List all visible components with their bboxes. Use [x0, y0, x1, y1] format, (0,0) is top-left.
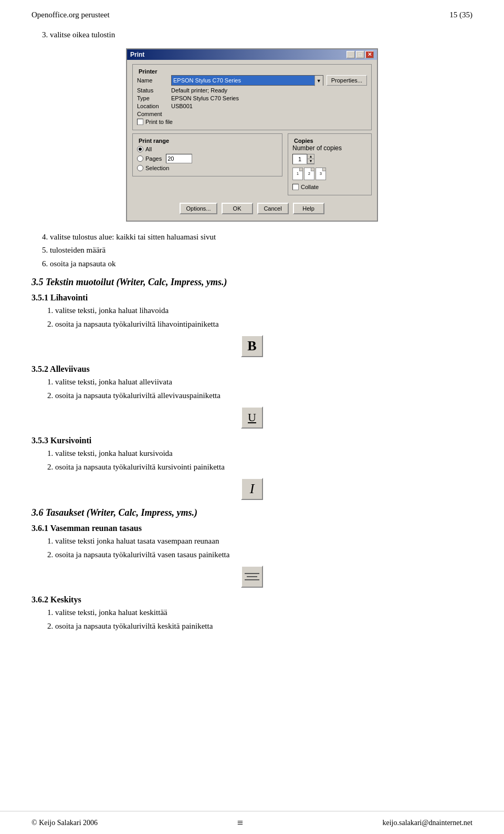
print-to-file-checkbox[interactable]: [137, 119, 143, 125]
step-5: 5. tulosteiden määrä: [42, 244, 472, 256]
step-6: 6. osoita ja napsauta ok: [42, 258, 472, 270]
underline-button-image: U: [241, 406, 263, 429]
step-3-6-2-1: 1. valitse teksti, jonka haluat keskittä…: [47, 607, 472, 619]
status-value: Default printer; Ready: [171, 87, 367, 93]
underline-icon: U: [248, 411, 256, 424]
step-3-5-3-1-text: valitse teksti, jonka haluat kursivoida: [55, 449, 173, 457]
section-3-text: valitse oikea tulostin: [50, 30, 115, 39]
copies-up-arrow[interactable]: ▲: [308, 154, 314, 159]
page-header: Openoffice.org perusteet 15 (35): [32, 11, 472, 19]
underline-icon-container: U: [32, 406, 472, 429]
copies-input[interactable]: [292, 154, 307, 164]
align-line-2: [247, 576, 257, 577]
page-icon-3: 3: [316, 168, 326, 180]
step-3-5-3-2: 2. osoita ja napsauta työkaluriviltä kur…: [47, 461, 472, 473]
dropdown-arrow-icon[interactable]: ▼: [314, 76, 323, 86]
status-label: Status: [137, 87, 171, 93]
selection-radio-row: Selection: [137, 165, 278, 171]
help-button[interactable]: Help: [293, 203, 324, 214]
align-line-1: [245, 573, 259, 574]
options-button[interactable]: Options...: [180, 203, 217, 214]
all-radio[interactable]: [137, 146, 143, 152]
print-range-group: Print range All Pages: [132, 133, 282, 176]
close-button[interactable]: ✕: [365, 51, 374, 58]
step-3-5-3-1: 1. valitse teksti, jonka haluat kursivoi…: [47, 447, 472, 460]
step-4-text: valitse tulostus alue: kaikki tai sitten…: [50, 233, 216, 241]
section-3-5-title: 3.5 Tekstin muotoilut (Writer, Calc, Imp…: [32, 277, 472, 288]
comment-row: Comment: [137, 111, 367, 117]
pages-radio[interactable]: [137, 155, 143, 162]
print-to-file-label: Print to file: [145, 119, 173, 125]
pages-radio-row: Pages: [137, 154, 278, 163]
page-icon-1: 1: [292, 168, 303, 180]
bold-icon: B: [247, 338, 256, 354]
copies-down-arrow[interactable]: ▼: [308, 159, 314, 164]
step-3-5-3-2-text: osoita ja napsauta työkaluriviltä kursiv…: [55, 463, 225, 471]
copies-group: Copies Number of copies ▲ ▼: [288, 133, 372, 195]
dialog-bottom-buttons: Options... OK Cancel Help: [132, 203, 372, 216]
printer-name-row: Name EPSON Stylus C70 Series ▼ Propertie…: [137, 75, 367, 86]
pages-label: Pages: [145, 155, 162, 162]
collate-icons: 1 2 3: [292, 168, 367, 180]
print-dialog-screenshot: Print _ □ ✕ Printer Name EPSO: [32, 48, 472, 222]
type-value: EPSON Stylus C70 Series: [171, 95, 367, 101]
print-dialog: Print _ □ ✕ Printer Name EPSO: [126, 48, 378, 222]
collate-row: Collate: [292, 184, 367, 190]
section-3-intro: 3. valitse oikea tulostin: [32, 29, 472, 41]
italic-icon: I: [250, 481, 255, 497]
step-3-5-2-2-text: osoita ja napsauta työkaluriviltä allevi…: [55, 391, 220, 400]
properties-button[interactable]: Properties...: [327, 75, 367, 86]
dialog-title: Print: [130, 51, 144, 58]
section-3-5-1-title: 3.5.1 Lihavointi: [32, 293, 472, 303]
minimize-button[interactable]: _: [346, 51, 355, 58]
step-3-6-2-2: 2. osoita ja napsauta työkaluriviltä kes…: [47, 620, 472, 632]
name-label: Name: [137, 77, 171, 84]
ok-button[interactable]: OK: [222, 203, 253, 214]
titlebar-buttons: _ □ ✕: [346, 51, 374, 58]
step-3-5-2-2: 2. osoita ja napsauta työkaluriviltä all…: [47, 390, 472, 402]
type-label: Type: [137, 95, 171, 101]
print-range-copies-area: Print range All Pages: [132, 133, 372, 199]
step-6-text: osoita ja napsauta ok: [50, 259, 116, 268]
type-row: Type EPSON Stylus C70 Series: [137, 95, 367, 101]
copies-title: Copies: [292, 138, 315, 144]
step-3-5-1-2-text: osoita ja napsauta työkaluriviltä lihavo…: [55, 320, 219, 328]
printer-name-value: EPSON Stylus C70 Series: [172, 76, 314, 85]
document-title: Openoffice.org perusteet: [32, 11, 110, 19]
pages-input[interactable]: [166, 154, 192, 163]
section-3-6-title: 3.6 Tasaukset (Writer, Calc, Impress, ym…: [32, 507, 472, 518]
step-3-5-2-1-text: valitse teksti, jonka haluat alleviivata: [55, 378, 172, 386]
printer-dropdown[interactable]: EPSON Stylus C70 Series ▼: [171, 75, 323, 86]
number-copies-label: Number of copies: [292, 144, 367, 152]
step-3-6-1-1-text: valitse teksti jonka haluat tasata vasem…: [55, 537, 219, 545]
copies-area: Copies Number of copies ▲ ▼: [288, 133, 372, 199]
italic-icon-container: I: [32, 478, 472, 500]
step-3-6-1-1: 1. valitse teksti jonka haluat tasata va…: [47, 535, 472, 547]
printer-group-title: Printer: [137, 68, 159, 75]
section-3-6: 3.6 Tasaukset (Writer, Calc, Impress, ym…: [32, 507, 472, 632]
page-icon-2: 2: [304, 168, 314, 180]
footer-icon: ≡: [237, 817, 243, 829]
selection-label: Selection: [145, 165, 169, 171]
collate-checkbox[interactable]: [292, 184, 299, 190]
step-3-6-1-2: 2. osoita ja napsauta työkaluriviltä vas…: [47, 549, 472, 561]
maximize-button[interactable]: □: [356, 51, 364, 58]
copies-spinner: ▲ ▼: [292, 154, 367, 164]
section-3-number: 3.: [42, 30, 50, 39]
step-5-text: tulosteiden määrä: [50, 246, 106, 254]
cancel-button[interactable]: Cancel: [257, 203, 289, 214]
location-label: Location: [137, 103, 171, 109]
step-3-6-1-2-text: osoita ja napsauta työkaluriviltä vasen …: [55, 550, 229, 559]
selection-radio[interactable]: [137, 165, 143, 171]
align-line-3: [245, 579, 259, 580]
step-5-number: 5.: [42, 246, 50, 254]
dialog-body: Printer Name EPSON Stylus C70 Series ▼ P…: [127, 60, 377, 221]
bold-icon-container: B: [32, 335, 472, 357]
printer-group: Printer Name EPSON Stylus C70 Series ▼ P…: [132, 64, 372, 130]
step-3-5-1-2: 2. osoita ja napsauta työkaluriviltä lih…: [47, 318, 472, 330]
all-radio-row: All: [137, 146, 278, 152]
italic-button-image: I: [241, 478, 263, 500]
copies-spinner-arrows: ▲ ▼: [307, 154, 314, 164]
section-3-6-2-title: 3.6.2 Keskitys: [32, 595, 472, 604]
section-3-6-1-title: 3.6.1 Vasemman reunan tasaus: [32, 524, 472, 533]
